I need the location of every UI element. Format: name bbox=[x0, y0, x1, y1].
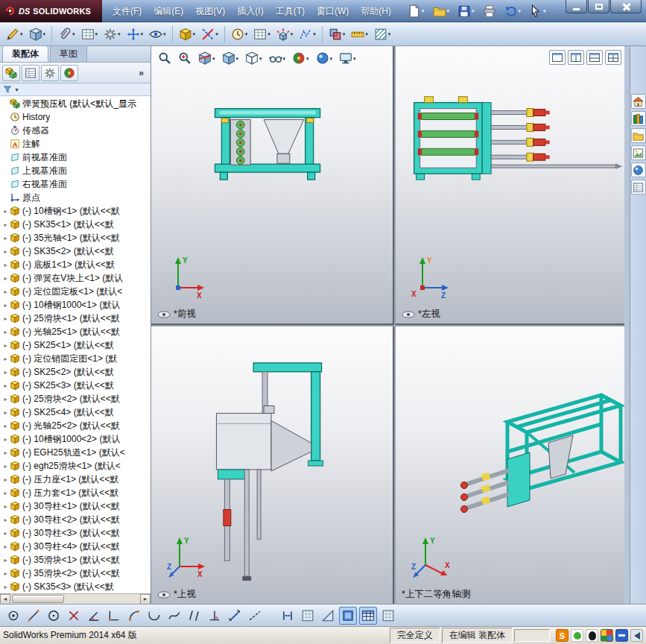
view-palette-tab[interactable] bbox=[631, 145, 646, 160]
bill-of-materials-button[interactable]: ▾ bbox=[250, 25, 273, 44]
tree-item[interactable]: ▸(-) 10槽钢<1> (默认<<默 bbox=[0, 204, 151, 218]
tree-item[interactable]: ▸(-) 弹簧在V块上<1> (默认 bbox=[0, 271, 151, 285]
viewport-top[interactable]: Y X Z *上视 bbox=[151, 326, 394, 604]
expand-arrow-icon[interactable]: ▸ bbox=[1, 490, 10, 496]
move-component-button[interactable]: ▾ bbox=[124, 25, 147, 44]
scroll-thumb[interactable] bbox=[12, 595, 64, 603]
restore-button[interactable] bbox=[588, 0, 609, 13]
wechat-icon[interactable] bbox=[571, 629, 583, 642]
dropdown-caret-icon[interactable]: ▾ bbox=[313, 31, 316, 37]
dropdown-caret-icon[interactable]: ▾ bbox=[365, 31, 368, 37]
volume-icon[interactable] bbox=[630, 629, 643, 642]
four-view-button[interactable] bbox=[605, 50, 621, 65]
dropdown-caret-icon[interactable]: ▾ bbox=[43, 31, 46, 37]
expand-arrow-icon[interactable]: ▸ bbox=[1, 302, 10, 309]
tree-root[interactable]: 弹簧预压机 (默认<默认_显示 bbox=[0, 97, 151, 110]
construction-line-button[interactable] bbox=[246, 607, 264, 625]
menu-item-4[interactable]: 工具(T) bbox=[270, 0, 311, 22]
tree-item[interactable]: 右视基准面 bbox=[0, 177, 151, 191]
menu-item-6[interactable]: 帮助(H) bbox=[355, 0, 397, 22]
select-button[interactable]: ▾ bbox=[526, 2, 549, 20]
panel-overflow-button[interactable]: » bbox=[134, 68, 148, 78]
explode-line-sketch-button[interactable]: ▾ bbox=[296, 25, 319, 44]
mate-button[interactable]: ▾ bbox=[55, 25, 78, 44]
display-style-button[interactable]: ▾ bbox=[243, 49, 265, 67]
snap-point-button[interactable] bbox=[4, 607, 22, 625]
spline-button[interactable] bbox=[165, 607, 183, 625]
expand-arrow-icon[interactable]: ▸ bbox=[1, 248, 10, 255]
corner-button[interactable] bbox=[105, 607, 123, 625]
expand-arrow-icon[interactable]: ▸ bbox=[1, 543, 10, 550]
tree-item[interactable]: ▸(-) 25滑块<2> (默认<<默 bbox=[0, 392, 151, 405]
section-table-button[interactable] bbox=[359, 607, 377, 625]
tab-sketch[interactable]: 草图 bbox=[50, 45, 87, 62]
dropdown-caret-icon[interactable]: ▾ bbox=[118, 31, 121, 37]
expand-arrow-icon[interactable]: ▸ bbox=[1, 356, 10, 362]
dropdown-caret-icon[interactable]: ▾ bbox=[519, 8, 522, 13]
zoom-to-area-button[interactable] bbox=[176, 49, 194, 67]
tree-item[interactable]: ▸(-) 30导柱<3> (默认<<默 bbox=[0, 526, 151, 540]
dropdown-caret-icon[interactable]: ▾ bbox=[472, 8, 475, 13]
dropdown-caret-icon[interactable]: ▾ bbox=[20, 31, 23, 37]
expand-arrow-icon[interactable]: ▸ bbox=[1, 557, 10, 564]
dropdown-caret-icon[interactable]: ▾ bbox=[388, 31, 391, 37]
dropdown-caret-icon[interactable]: ▾ bbox=[163, 31, 166, 37]
measure-button[interactable]: ▾ bbox=[348, 25, 371, 44]
graphics-area[interactable]: ▾▾▾▾▾▾▾ bbox=[151, 46, 624, 604]
tree-item[interactable]: ▸(-) SK25<3> (默认<<默 bbox=[0, 379, 151, 392]
smart-dimension-button[interactable] bbox=[226, 607, 244, 625]
menu-item-5[interactable]: 窗口(W) bbox=[311, 0, 355, 22]
angle-button[interactable] bbox=[85, 607, 103, 625]
dropdown-caret-icon[interactable]: ▾ bbox=[343, 31, 346, 37]
dropdown-caret-icon[interactable]: ▾ bbox=[212, 56, 215, 61]
tree-item[interactable]: ▸(-) 35滑块<2> (默认<<默 bbox=[0, 566, 151, 580]
tree-item[interactable]: 注解 bbox=[0, 137, 151, 151]
show-hidden-components-button[interactable]: ▾ bbox=[146, 25, 169, 44]
reference-geometry-button[interactable]: ▾ bbox=[198, 25, 221, 44]
file-explorer-tab[interactable] bbox=[631, 128, 646, 143]
dropdown-caret-icon[interactable]: ▾ bbox=[330, 56, 333, 61]
menu-item-3[interactable]: 插入(I) bbox=[231, 0, 269, 22]
apply-scene-button[interactable]: ▾ bbox=[314, 49, 335, 67]
grid-snap-button[interactable] bbox=[299, 607, 317, 625]
section-properties-button[interactable]: ▾ bbox=[371, 25, 394, 44]
expand-arrow-icon[interactable]: ▸ bbox=[1, 329, 10, 335]
dropdown-caret-icon[interactable]: ▾ bbox=[245, 31, 248, 37]
tree-item[interactable]: ▸(-) egh25滑块<1> (默认< bbox=[0, 459, 151, 473]
appearances-scenes-tab[interactable] bbox=[631, 162, 646, 177]
expand-arrow-icon[interactable]: ▸ bbox=[1, 382, 10, 389]
expand-arrow-icon[interactable]: ▸ bbox=[1, 423, 10, 429]
scroll-left-button[interactable]: ◄ bbox=[0, 594, 10, 604]
tree-item[interactable]: ▸(-) SK35<3> (默认<<默 bbox=[0, 580, 151, 593]
expand-arrow-icon[interactable]: ▸ bbox=[1, 530, 10, 537]
cell-table-button[interactable] bbox=[379, 607, 397, 625]
tree-item[interactable]: History bbox=[0, 110, 151, 124]
two-view-vertical-button[interactable] bbox=[586, 50, 603, 65]
tree-item[interactable]: ▸(-) 30导柱<4> (默认<<默 bbox=[0, 540, 151, 553]
section-view-button[interactable]: ▾ bbox=[196, 49, 218, 67]
tree-item[interactable]: ▸(-) SK35<2> (默认<<默 bbox=[0, 244, 151, 258]
expand-arrow-icon[interactable]: ▸ bbox=[1, 369, 10, 376]
expand-arrow-icon[interactable]: ▸ bbox=[1, 342, 10, 349]
tree-filter-bar[interactable]: ▼ bbox=[0, 83, 151, 96]
expand-arrow-icon[interactable]: ▸ bbox=[1, 275, 10, 282]
expand-arrow-icon[interactable]: ▸ bbox=[1, 221, 10, 228]
tab-assembly[interactable]: 装配体 bbox=[2, 45, 48, 62]
dropdown-caret-icon[interactable]: ▾ bbox=[283, 56, 286, 61]
filter-funnel-icon[interactable] bbox=[3, 85, 12, 94]
expand-arrow-icon[interactable]: ▸ bbox=[1, 315, 10, 322]
filter-caret-icon[interactable]: ▼ bbox=[14, 87, 19, 92]
tree-item[interactable]: ▸(-) 光轴25<1> (默认<<默 bbox=[0, 325, 151, 338]
ime-icon[interactable] bbox=[615, 629, 628, 642]
tree-item[interactable]: ▸(-) 35滑块<1> (默认<<默 bbox=[0, 553, 151, 566]
dropdown-caret-icon[interactable]: ▾ bbox=[543, 8, 546, 13]
tree-item[interactable]: 原点 bbox=[0, 191, 151, 204]
expand-arrow-icon[interactable]: ▸ bbox=[1, 463, 10, 470]
expand-arrow-icon[interactable]: ▸ bbox=[1, 584, 10, 590]
parallel-button[interactable] bbox=[186, 607, 203, 625]
exploded-view-button[interactable]: ▾ bbox=[273, 25, 297, 44]
sogou-input-icon[interactable]: S bbox=[556, 629, 569, 642]
minimize-button[interactable] bbox=[566, 0, 587, 13]
interference-detection-button[interactable]: ▾ bbox=[326, 25, 349, 44]
expand-arrow-icon[interactable]: ▸ bbox=[1, 288, 10, 295]
